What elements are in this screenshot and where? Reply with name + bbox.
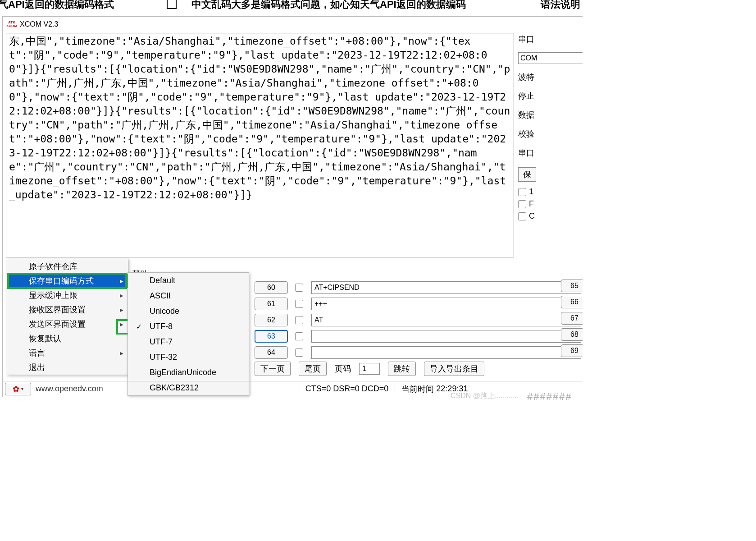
oper-label: 串口 xyxy=(518,147,545,158)
opt-check-3[interactable] xyxy=(518,212,526,220)
data-label: 数据 xyxy=(518,110,545,120)
opt-check-1[interactable] xyxy=(518,188,526,196)
divider xyxy=(299,384,299,394)
watermark-text: CSDN @路上............ xyxy=(451,391,519,401)
ctx-item-7[interactable]: 退出 xyxy=(7,360,128,375)
baud-label: 波特 xyxy=(518,72,545,83)
multi-send-grid: 60AT+CIPSEND6561+++6662AT6763686469 xyxy=(255,280,581,361)
last-page-button[interactable]: 尾页 xyxy=(299,362,327,376)
send-cmd-input-64[interactable] xyxy=(311,346,581,359)
send-hex-check-61[interactable] xyxy=(295,300,303,308)
send-row-63: 63 xyxy=(255,328,581,344)
next-page-button[interactable]: 下一页 xyxy=(255,362,291,376)
signal-status: CTS=0 DSR=0 DCD=0 xyxy=(305,384,389,394)
encoding-option-bigendianunicode[interactable]: BigEndianUnicode xyxy=(128,365,249,380)
encoding-option-utf8[interactable]: UTF-8 xyxy=(128,319,249,334)
page-input[interactable]: 1 xyxy=(359,363,380,375)
send-hex-check-64[interactable] xyxy=(295,348,303,357)
send-index-button-64[interactable]: 64 xyxy=(255,346,288,359)
app-title: XCOM V2.3 xyxy=(20,20,58,28)
app-icon: ATKXCOM xyxy=(6,19,17,30)
website-link[interactable]: www.openedv.com xyxy=(36,384,103,394)
send-hex-check-60[interactable] xyxy=(295,284,303,292)
background-text: 心知天气API返回的数据编码格式 中文乱码大多是编码格式问题，如心知天气API返… xyxy=(0,0,583,11)
send-index-button-60[interactable]: 60 xyxy=(255,281,288,294)
opt-check-2[interactable] xyxy=(518,200,526,208)
encoding-option-default[interactable]: Default xyxy=(128,273,249,288)
send-cmd-input-63[interactable] xyxy=(311,330,581,343)
divider xyxy=(395,384,395,394)
send-row-62: 62AT xyxy=(255,312,581,328)
ctx-item-3[interactable]: 接收区界面设置 xyxy=(7,303,128,317)
ctx-item-1[interactable]: 保存串口编码方式 xyxy=(7,274,128,288)
send-hex-check-62[interactable] xyxy=(295,316,303,324)
title-bar[interactable]: ATKXCOM XCOM V2.3 xyxy=(3,17,583,32)
send-index-button-69[interactable]: 69 xyxy=(561,344,583,357)
bg-fragment-2: 中文乱码大多是编码格式问题，如心知天气API返回的数据编码 xyxy=(191,0,466,11)
ctx-item-6[interactable]: 语言 xyxy=(7,346,128,360)
send-cmd-input-61[interactable]: +++ xyxy=(311,298,581,310)
send-cmd-input-60[interactable]: AT+CIPSEND xyxy=(311,281,581,294)
send-index-button-63[interactable]: 63 xyxy=(255,330,288,343)
page-label: 页码 xyxy=(335,363,351,374)
receive-textarea[interactable]: 东,中国","timezone":"Asia/Shanghai","timezo… xyxy=(6,33,514,257)
port-select[interactable]: COM xyxy=(518,52,583,64)
dropdown-icon: ▾ xyxy=(21,386,23,391)
send-index-button-61[interactable]: 61 xyxy=(255,298,288,310)
ctx-item-2[interactable]: 显示缓冲上限 xyxy=(7,288,128,303)
pager-row: 下一页 尾页 页码 1 跳转 导入导出条目 xyxy=(255,362,484,376)
save-window-button[interactable]: 保 xyxy=(518,167,536,182)
send-row-64: 64 xyxy=(255,344,581,361)
encoding-option-utf32[interactable]: UTF-32 xyxy=(128,349,249,365)
port-label: 串口 xyxy=(518,34,545,45)
encoding-option-ascii[interactable]: ASCII xyxy=(128,288,249,303)
bg-fragment-1: 心知天气API返回的数据编码格式 xyxy=(0,0,114,11)
send-index-button-65[interactable]: 65 xyxy=(561,280,583,292)
settings-gear-button[interactable]: ✿▾ xyxy=(5,383,31,395)
parity-label: 校验 xyxy=(518,128,545,139)
send-index-button-67[interactable]: 67 xyxy=(561,312,583,325)
send-index-button-68[interactable]: 68 xyxy=(561,328,583,341)
ctx-item-5[interactable]: 恢复默认 xyxy=(7,331,128,346)
send-row-61: 61+++ xyxy=(255,296,581,312)
bg-checkbox-icon xyxy=(167,0,177,9)
stop-label: 停止 xyxy=(518,91,545,101)
ctx-item-0[interactable]: 原子软件仓库 xyxy=(7,259,128,274)
send-index-button-66[interactable]: 66 xyxy=(561,296,583,308)
send-cmd-input-62[interactable]: AT xyxy=(311,314,581,326)
encoding-submenu: DefaultASCIIUnicodeUTF-8UTF-7UTF-32BigEn… xyxy=(128,272,249,396)
jump-button[interactable]: 跳转 xyxy=(388,362,416,376)
context-menu: 原子软件仓库保存串口编码方式显示缓冲上限接收区界面设置发送区界面设置恢复默认语言… xyxy=(7,259,128,375)
send-hex-check-63[interactable] xyxy=(295,332,303,340)
import-export-button[interactable]: 导入导出条目 xyxy=(424,362,484,376)
encoding-option-utf7[interactable]: UTF-7 xyxy=(128,334,249,349)
ctx-item-4[interactable]: 发送区界面设置 xyxy=(7,317,128,331)
hash-marks: ####### xyxy=(527,391,572,401)
time-label: 当前时间 xyxy=(401,384,434,394)
encoding-option-unicode[interactable]: Unicode xyxy=(128,303,249,319)
send-row-60: 60AT+CIPSEND xyxy=(255,280,581,296)
serial-settings-panel: 串口 COM 波特 停止 数据 校验 串口 保 1 F C xyxy=(518,33,583,224)
send-index-button-62[interactable]: 62 xyxy=(255,314,288,326)
gear-icon: ✿ xyxy=(13,384,19,394)
bg-fragment-3: 语法说明 xyxy=(541,0,580,11)
